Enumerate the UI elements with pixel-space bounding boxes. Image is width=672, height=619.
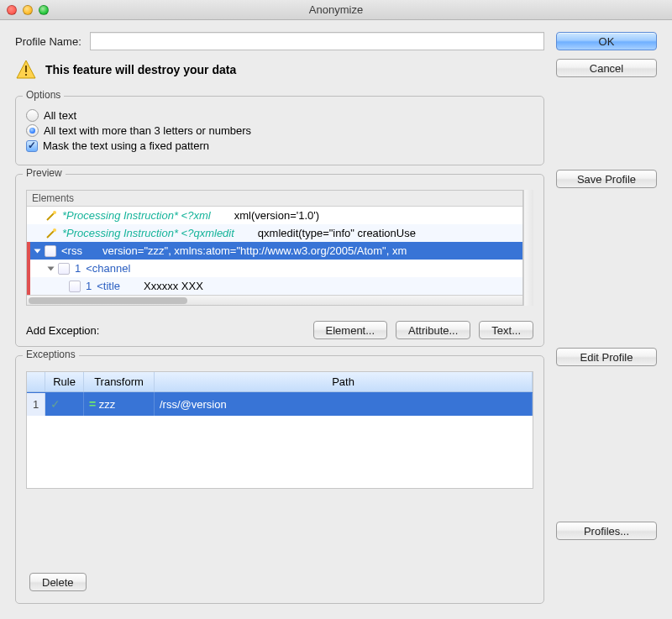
disclosure-triangle-icon[interactable] <box>34 249 41 253</box>
svg-point-2 <box>53 211 56 214</box>
svg-point-3 <box>53 228 56 232</box>
col-transform[interactable]: Transform <box>84 372 155 391</box>
tree-row-pi-xml[interactable]: *Processing Instruction* <?xml xml(versi… <box>27 207 522 224</box>
path-cell: /rss/@version <box>155 393 533 416</box>
processing-instruction-icon <box>45 228 57 239</box>
exceptions-header-row: Rule Transform Path <box>27 372 533 392</box>
horizontal-scrollbar[interactable] <box>27 295 522 305</box>
add-exception-label: Add Exception: <box>26 324 99 337</box>
delete-button[interactable]: Delete <box>29 573 87 591</box>
svg-rect-0 <box>25 66 27 72</box>
tree-row-rss[interactable]: <rss version="zzz", xmlns:atom="http://w… <box>30 242 522 260</box>
vertical-scrollbar[interactable] <box>523 190 533 306</box>
cancel-button[interactable]: Cancel <box>556 59 657 77</box>
row-index: 1 <box>27 393 45 416</box>
tree-row-channel[interactable]: 1 <channel <box>30 260 522 277</box>
profiles-button[interactable]: Profiles... <box>556 522 657 540</box>
checkbox-mask-fixed-label: Mask the text using a fixed pattern <box>43 139 209 152</box>
radio-all-text-label: All text <box>44 109 76 122</box>
exceptions-group: Exceptions Rule Transform Path 1 ✓ = zzz… <box>15 355 544 604</box>
col-rule[interactable]: Rule <box>45 372 84 391</box>
exceptions-legend: Exceptions <box>23 349 79 360</box>
ok-button[interactable]: OK <box>556 32 657 50</box>
save-profile-button[interactable]: Save Profile <box>556 170 657 188</box>
warning-text: This feature will destroy your data <box>45 63 236 76</box>
preview-legend: Preview <box>23 167 66 179</box>
element-icon <box>58 263 70 275</box>
elements-header: Elements <box>27 191 522 207</box>
transform-cell: = zzz <box>84 392 155 416</box>
elements-tree[interactable]: Elements *Processing Instruction* <?xml … <box>26 190 523 306</box>
profile-name-label: Profile Name: <box>15 35 81 48</box>
window-title: Anonymize <box>0 3 672 16</box>
disclosure-triangle-icon[interactable] <box>48 266 55 270</box>
col-index <box>27 372 45 391</box>
zoom-window-icon[interactable] <box>39 5 49 15</box>
warning-icon <box>15 59 37 81</box>
equals-icon: = <box>89 397 96 411</box>
options-legend: Options <box>23 89 64 101</box>
element-icon <box>69 281 81 292</box>
radio-all-text[interactable] <box>26 109 39 122</box>
window-controls <box>7 5 49 15</box>
close-window-icon[interactable] <box>7 5 17 15</box>
processing-instruction-icon <box>45 210 57 222</box>
col-path[interactable]: Path <box>155 372 533 391</box>
checkbox-mask-fixed[interactable] <box>26 140 38 152</box>
exceptions-table[interactable]: Rule Transform Path 1 ✓ = zzz /rss/@vers… <box>26 371 533 489</box>
radio-all-text-gt3-label: All text with more than 3 letters or num… <box>44 124 251 137</box>
element-icon <box>45 245 56 257</box>
tree-row-pi-qxmledit[interactable]: *Processing Instruction* <?qxmledit qxml… <box>27 224 522 242</box>
minimize-window-icon[interactable] <box>23 5 33 15</box>
profile-name-input[interactable] <box>90 32 544 50</box>
add-element-button[interactable]: Element... <box>313 321 388 339</box>
exception-row[interactable]: 1 ✓ = zzz /rss/@version <box>27 392 533 416</box>
rule-cell: ✓ <box>45 392 84 416</box>
add-text-button[interactable]: Text... <box>479 321 533 339</box>
edit-profile-button[interactable]: Edit Profile <box>556 348 657 366</box>
add-attribute-button[interactable]: Attribute... <box>396 321 470 339</box>
radio-all-text-gt3[interactable] <box>26 124 39 137</box>
options-group: Options All text All text with more than… <box>15 96 544 165</box>
svg-rect-1 <box>25 74 27 76</box>
check-icon: ✓ <box>50 397 60 411</box>
tree-row-title[interactable]: 1 <title Xxxxxx XXX <box>30 277 522 295</box>
titlebar: Anonymize <box>0 0 672 20</box>
preview-group: Preview Elements *Processing Instruction… <box>15 174 544 347</box>
